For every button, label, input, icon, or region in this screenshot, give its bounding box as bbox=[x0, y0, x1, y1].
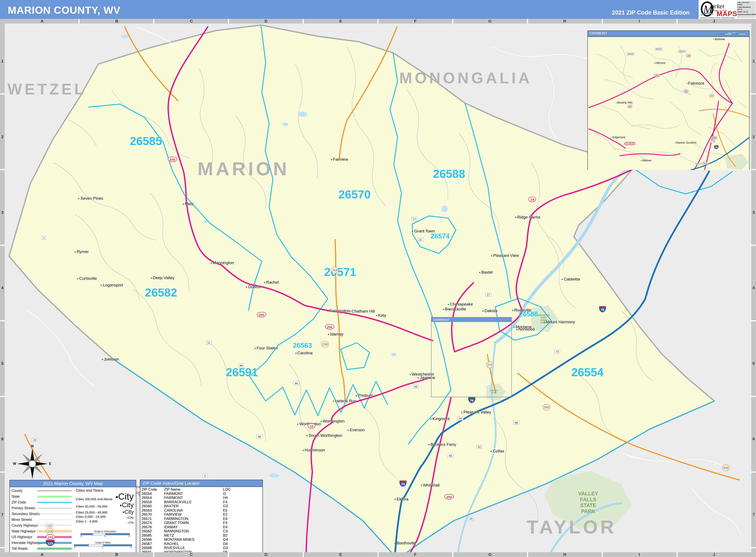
shield-badge: 65 bbox=[448, 453, 453, 458]
inset-highway-shield-64: 64 bbox=[702, 161, 706, 165]
shield-badge: 250/19 bbox=[678, 50, 686, 53]
legend-line-sample bbox=[37, 508, 71, 508]
town-label: Grant Town bbox=[412, 229, 435, 234]
zip-code-cell: 26570 bbox=[142, 512, 164, 517]
highway-shield-218: 218 bbox=[331, 267, 339, 273]
loc-cell: E5 bbox=[223, 508, 261, 512]
zip-name-cell: IDAMAY bbox=[164, 525, 223, 529]
grid-row-label-6: 6 bbox=[753, 437, 755, 441]
scale-tick: 0 bbox=[74, 546, 76, 549]
grid-row-label-7: 7 bbox=[753, 512, 755, 517]
inset-map-body: BellviewHillcrestFairmontBeverly HillsEd… bbox=[588, 37, 749, 170]
highway-shield-218: 218 bbox=[321, 341, 329, 348]
town-dot bbox=[376, 315, 377, 316]
zip-name-cell: FAIRMONT bbox=[164, 492, 223, 496]
grid-col-label-J: J bbox=[713, 552, 715, 557]
legend-item-label: Toll Roads bbox=[11, 547, 28, 551]
town-dot bbox=[306, 435, 308, 436]
grid-row-label-3: 3 bbox=[1, 210, 4, 215]
logo-contact-line: CALL US TOLL FREE! bbox=[737, 1, 755, 6]
zip-table-row: 26585METZB2 bbox=[142, 533, 261, 538]
shield-badge: 17 bbox=[486, 293, 491, 297]
zip-name-cell: RIVESVILLE bbox=[164, 546, 223, 550]
town-label: Chatham Hill bbox=[349, 309, 375, 314]
grid-row-label-5: 5 bbox=[753, 361, 755, 366]
town-label: Metz bbox=[183, 202, 194, 206]
zip-label-26588: 26588 bbox=[433, 167, 465, 180]
grid-col-label-E: E bbox=[339, 552, 342, 557]
grid-row-label-4: 4 bbox=[753, 286, 755, 290]
town-label: Whitehall bbox=[421, 483, 440, 488]
town-dot bbox=[654, 63, 655, 63]
zip-table-header-row: ZIP CodeZIP NameLOC bbox=[142, 488, 261, 492]
zip-name-cell: CAROLINA bbox=[164, 508, 223, 512]
town-dot bbox=[75, 251, 76, 253]
shield-badge: 64 bbox=[458, 416, 463, 420]
highway-shield-33: 33 bbox=[468, 517, 474, 521]
shield-badge: 66 bbox=[514, 421, 519, 425]
town-dot bbox=[77, 278, 79, 280]
county-label-monongalia: MONONGALIA bbox=[399, 69, 532, 87]
logo-contact-line: mapsales@MarketMAPS.com bbox=[737, 13, 755, 16]
town-label: Boothsville bbox=[395, 541, 416, 546]
town-dot bbox=[714, 39, 714, 40]
legend-item-sample bbox=[37, 488, 71, 494]
zip-table-row: 26560BAXTERG3 bbox=[142, 504, 261, 508]
inset-highway-shield-250/19: 250/19 bbox=[655, 47, 662, 51]
town-dot bbox=[349, 311, 351, 312]
grid-col-label-H: H bbox=[563, 19, 566, 24]
inset-town-label: Fairmont bbox=[687, 81, 704, 86]
highway-shield-79: 79 bbox=[599, 306, 606, 312]
town-dot bbox=[483, 311, 484, 312]
grid-col-label-A: A bbox=[40, 552, 43, 557]
highway-shield-3: 3 bbox=[203, 474, 207, 478]
legend-item-label: State Highways bbox=[11, 529, 35, 533]
zip-label-26554: 26554 bbox=[571, 365, 604, 379]
town-dot bbox=[448, 304, 449, 305]
legend-city-row: Cities 25,000 - 49,999City bbox=[76, 508, 135, 515]
town-dot bbox=[246, 287, 247, 288]
zip-code-cell: 26560 bbox=[142, 504, 164, 508]
town-label: Pleasant Valley bbox=[461, 410, 491, 414]
town-label: Chesapeake bbox=[448, 302, 473, 306]
shield-badge: 273 bbox=[710, 139, 715, 143]
grid-row-label-6: 6 bbox=[1, 437, 4, 441]
grid-row-label-7: 7 bbox=[1, 512, 4, 517]
shield-badge: 44 bbox=[293, 381, 299, 385]
scale-tick: 2 bbox=[128, 535, 130, 537]
grid-col-label-I: I bbox=[639, 552, 640, 557]
town-label: Downs bbox=[246, 285, 261, 289]
legend-badge: 123 bbox=[46, 528, 53, 534]
legend-item-county: County bbox=[10, 488, 74, 494]
legend-scale-miles: Scale in Miles 0 1 2 bbox=[74, 541, 132, 549]
grid-col-label-C: C bbox=[190, 552, 193, 557]
inset-town-label: Watson bbox=[641, 159, 652, 162]
loc-cell: E4 bbox=[223, 517, 261, 521]
zip-table-row: 26586MONTANA MINESG4 bbox=[142, 537, 261, 542]
inset-town-label: Bellview bbox=[714, 37, 725, 41]
highway-shield-62: 62 bbox=[476, 445, 482, 449]
town-label: Seven Pines bbox=[78, 196, 103, 201]
scale-caption: Scale in Miles bbox=[74, 541, 132, 544]
highway-shield-17: 17 bbox=[486, 293, 491, 297]
inset-scale-bar: Scale in Miles bbox=[716, 32, 748, 35]
zip-code-cell: 26554 bbox=[142, 492, 164, 496]
grid-col-label-G: G bbox=[489, 19, 492, 24]
town-dot bbox=[78, 198, 80, 199]
loc-cell: G4 bbox=[223, 537, 261, 542]
legend-item-label: Secondary Streets bbox=[11, 512, 40, 516]
loc-cell: I1 bbox=[223, 492, 261, 496]
zip-name-cell: RACHEL bbox=[164, 542, 223, 546]
zip-name-cell: METZ bbox=[164, 533, 223, 538]
town-dot bbox=[347, 430, 349, 431]
zip-name-cell: FAIRMONT bbox=[164, 496, 223, 500]
shield-badge: 19 bbox=[308, 423, 315, 429]
town-label: Colfax bbox=[491, 449, 504, 453]
town-label: Barrackville bbox=[443, 307, 466, 312]
shield-badge: 79 bbox=[400, 480, 407, 487]
highway-shield-19: 19 bbox=[308, 423, 315, 429]
zip-code-cell: 26588 bbox=[142, 546, 164, 550]
legend-item-state: State bbox=[10, 494, 74, 499]
legend-item-sample: 123 bbox=[37, 534, 71, 540]
town-dot bbox=[356, 395, 357, 396]
